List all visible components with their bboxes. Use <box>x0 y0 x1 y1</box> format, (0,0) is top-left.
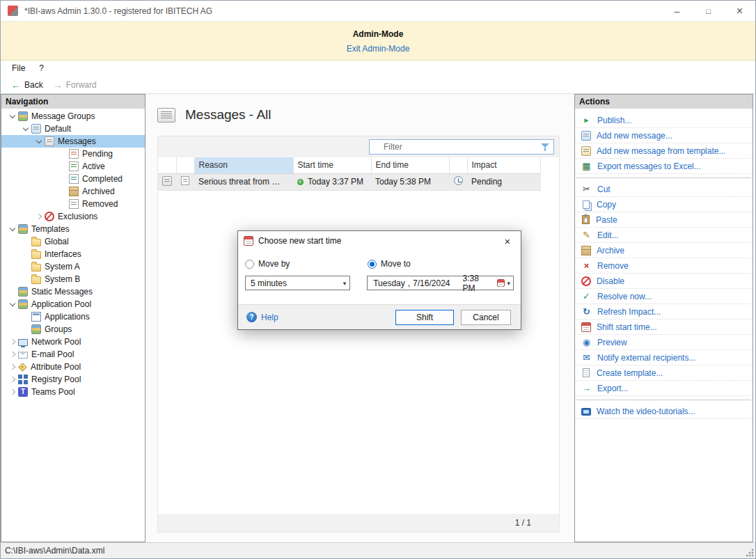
action-preview[interactable]: ◉ Preview <box>575 335 753 350</box>
archive-box-icon <box>581 246 591 255</box>
close-button[interactable]: × <box>724 1 755 22</box>
action-notify-external-recipients[interactable]: ✉ Notify external recipients... <box>575 350 753 365</box>
tree-item-teams-pool[interactable]: Teams Pool <box>1 386 145 398</box>
admin-mode-label: Admin-Mode <box>1 29 755 39</box>
action-export[interactable]: → Export... <box>575 381 753 396</box>
minimize-button[interactable]: – <box>661 1 693 22</box>
time-value: 3:38 PM <box>463 274 492 293</box>
move-to-radio[interactable]: Move to <box>368 259 490 269</box>
copy-icon <box>583 200 590 209</box>
action-add-new-message-from-template[interactable]: Add new message from template... <box>575 143 753 159</box>
chevron-expanded-icon[interactable] <box>7 299 18 310</box>
tree-item-system-b[interactable]: System B <box>1 273 145 285</box>
chevron-collapsed-icon[interactable] <box>7 361 18 372</box>
action-watch-video-tutorials[interactable]: Watch the video-tutorials... <box>575 404 753 419</box>
menu-file[interactable]: File <box>5 61 32 76</box>
tree-item-default[interactable]: Default <box>1 123 145 135</box>
chevron-expanded-icon[interactable] <box>7 223 18 235</box>
action-resolve-now[interactable]: ✓ Resolve now... <box>575 289 753 304</box>
action-edit[interactable]: ✎ Edit... <box>575 228 753 243</box>
calendar-dropdown-button[interactable]: ▾ <box>494 279 510 287</box>
action-shift-start-time[interactable]: Shift start time... <box>575 320 753 335</box>
tree-item-network-pool[interactable]: Network Pool <box>1 336 145 348</box>
chevron-expanded-icon[interactable] <box>7 111 18 122</box>
column-header-end-time[interactable]: End time <box>371 157 449 173</box>
tree-item-active[interactable]: Active <box>1 160 145 173</box>
tree-item-email-pool[interactable]: E-mail Pool <box>1 348 145 361</box>
remove-icon: × <box>581 260 592 271</box>
chevron-collapsed-icon[interactable] <box>7 374 18 385</box>
filter-input[interactable] <box>370 142 540 152</box>
chevron-collapsed-icon[interactable] <box>7 336 18 347</box>
pager-bar: 1 / 1 <box>158 514 559 532</box>
dialog-close-button[interactable]: × <box>494 231 521 251</box>
forward-button[interactable]: → Forward <box>48 77 102 93</box>
tree-item-groups[interactable]: Groups <box>1 323 145 336</box>
resize-grip-icon[interactable] <box>745 548 754 557</box>
radio-selected-icon <box>368 260 377 269</box>
action-add-new-message[interactable]: Add new message... <box>575 128 753 143</box>
radio-row: Move by Move to <box>245 259 514 269</box>
tree-item-exclusions[interactable]: Exclusions <box>1 210 145 223</box>
tree-item-completed[interactable]: Completed <box>1 173 145 185</box>
exit-admin-mode-link[interactable]: Exit Admin-Mode <box>347 44 410 54</box>
tree-item-registry-pool[interactable]: Registry Pool <box>1 373 145 386</box>
folder-icon <box>31 276 41 284</box>
action-paste[interactable]: Paste <box>575 212 753 228</box>
statusbar: C:\IBI-aws\Admin\Data.xml <box>1 542 755 558</box>
layers-icon <box>18 111 28 121</box>
tree-item-static-messages[interactable]: Static Messages <box>1 285 145 298</box>
tree-item-attribute-pool[interactable]: Attribute Pool <box>1 361 145 373</box>
tree-item-pending[interactable]: Pending <box>1 148 145 160</box>
tree-item-applications[interactable]: Applications <box>1 310 145 323</box>
impact-cell: Pending <box>467 173 541 190</box>
dialog-title: Choose new start time <box>253 236 494 246</box>
page-title-row: Messages - All <box>145 94 574 136</box>
cancel-button[interactable]: Cancel <box>461 310 511 325</box>
completed-doc-icon <box>69 174 79 184</box>
filter-box[interactable] <box>369 139 554 155</box>
date-value: 7/16/2024 <box>413 278 450 288</box>
action-publish[interactable]: ► Publish... <box>575 113 753 128</box>
column-header-reason[interactable]: Reason <box>194 157 293 173</box>
action-copy[interactable]: Copy <box>575 197 753 212</box>
window-title: *IBI-aws Admin 1.30.0 - registered for I… <box>24 6 661 16</box>
column-header-start-time[interactable]: Start time <box>293 157 371 173</box>
chevron-collapsed-icon[interactable] <box>7 386 18 397</box>
toolbar: ← Back → Forward <box>1 76 755 94</box>
action-archive[interactable]: Archive <box>575 243 753 258</box>
tree-item-global[interactable]: Global <box>1 235 145 248</box>
column-header-impact[interactable]: Impact <box>467 157 541 173</box>
duration-select[interactable]: 5 minutes ▾ <box>245 276 350 290</box>
action-disable[interactable]: Disable <box>575 274 753 289</box>
datetime-picker[interactable]: Tuesday , 7/16/2024 3:38 PM ▾ <box>367 276 514 290</box>
chevron-collapsed-icon[interactable] <box>7 349 18 360</box>
tree-item-templates[interactable]: Templates <box>1 223 145 235</box>
menu-help[interactable]: ? <box>32 61 51 76</box>
action-cut[interactable]: ✂ Cut <box>575 182 753 197</box>
action-remove[interactable]: × Remove <box>575 258 753 274</box>
check-icon: ✓ <box>581 291 592 301</box>
tree-item-archived[interactable]: Archived <box>1 185 145 198</box>
action-create-template[interactable]: Create template... <box>575 365 753 381</box>
move-by-radio[interactable]: Move by <box>245 259 368 269</box>
action-refresh-impact[interactable]: ↻ Refresh Impact... <box>575 304 753 320</box>
archive-box-icon <box>69 187 79 196</box>
tree-item-application-pool[interactable]: Application Pool <box>1 298 145 310</box>
chevron-collapsed-icon[interactable] <box>33 211 45 222</box>
chevron-expanded-icon[interactable] <box>33 136 45 147</box>
tree-item-interfaces[interactable]: Interfaces <box>1 248 145 260</box>
tree-item-messages[interactable]: Messages <box>1 135 145 148</box>
tree-item-removed[interactable]: Removed <box>1 198 145 210</box>
maximize-button[interactable]: □ <box>693 1 724 22</box>
window-icon <box>31 312 41 322</box>
filter-funnel-icon[interactable] <box>540 142 551 152</box>
tree-item-system-a[interactable]: System A <box>1 260 145 273</box>
shift-button[interactable]: Shift <box>395 310 454 325</box>
action-export-messages-to-excel[interactable]: ▦ Export messages to Excel... <box>575 159 753 174</box>
tree-item-message-groups[interactable]: Message Groups <box>1 110 145 123</box>
help-link[interactable]: Help <box>246 312 278 322</box>
chevron-expanded-icon[interactable] <box>20 123 31 134</box>
back-button[interactable]: ← Back <box>6 77 48 93</box>
message-row[interactable]: Serious threat from … Today 3:37 PM Toda… <box>158 173 541 190</box>
